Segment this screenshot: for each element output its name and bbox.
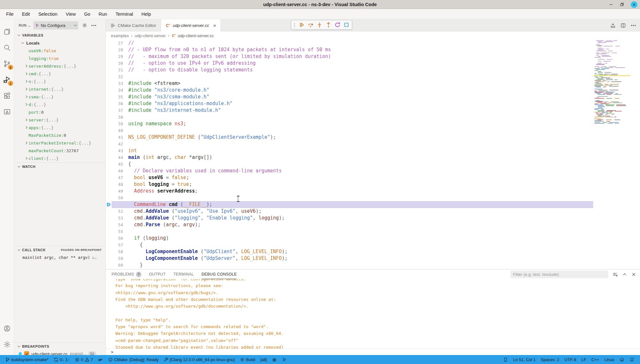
code-line-43[interactable]: 43int [106, 147, 640, 154]
code-line-46[interactable]: 46 // Declare variables used in command-… [106, 168, 640, 174]
panel-tab-output[interactable]: OUTPUT [149, 269, 166, 279]
menu-item-edit[interactable]: Edit [18, 9, 34, 19]
line-number[interactable]: 28 [112, 47, 123, 52]
menu-item-terminal[interactable]: Terminal [111, 9, 137, 19]
gutter-glyph[interactable] [106, 188, 112, 194]
panel-tab-problems[interactable]: PROBLEMS7 [112, 269, 141, 279]
line-number[interactable]: 36 [112, 101, 123, 106]
code-line-39[interactable]: 39using namespace ns3; [106, 120, 640, 127]
editor-more-actions-icon[interactable]: ⋯ [631, 22, 636, 29]
line-number[interactable]: 56 [112, 236, 123, 241]
configure-gear-icon[interactable] [82, 23, 87, 28]
gutter-glyph[interactable] [106, 107, 112, 114]
step-over-icon[interactable] [307, 22, 314, 28]
line-number[interactable]: 49 [112, 189, 123, 194]
line-number[interactable]: 39 [112, 121, 123, 126]
status-item-tablet[interactable] [501, 355, 510, 364]
variable-row-logging[interactable]: logging: true [14, 54, 105, 62]
panel-tab-terminal[interactable]: TERMINAL [173, 269, 194, 279]
restart-icon[interactable] [334, 22, 341, 28]
variables-section-header[interactable]: VARIABLES [14, 31, 105, 39]
line-number[interactable]: 41 [112, 135, 123, 140]
code-line-37[interactable]: 37#include "ns3/internet-module.h" [106, 107, 640, 114]
line-number[interactable]: 42 [112, 142, 123, 146]
line-number[interactable]: 47 [112, 175, 123, 180]
editor-tab-cmake-cache-editor[interactable]: CMake Cache Editor [106, 19, 161, 31]
line-number[interactable]: 60 [112, 263, 123, 268]
status-item-linux[interactable]: Linux [602, 355, 617, 364]
status-item-build[interactable]: Build [237, 355, 258, 364]
drag-handle-icon[interactable] [294, 23, 295, 27]
code-line-57[interactable]: 57 { [106, 242, 640, 248]
gutter-glyph[interactable] [106, 255, 112, 262]
menu-item-run[interactable]: Run [95, 9, 112, 19]
status-item-play[interactable] [279, 355, 289, 364]
code-line-42[interactable]: 42 [106, 141, 640, 147]
status-item-cmake-debug-ready[interactable]: CMake: [Debug]: Ready [105, 355, 161, 364]
menu-item-selection[interactable]: Selection [34, 9, 62, 19]
code-line-38[interactable]: 38 [106, 114, 640, 120]
gutter-glyph[interactable] [106, 134, 112, 141]
gutter-glyph[interactable] [106, 181, 112, 188]
breakpoints-section-header[interactable]: BREAKPOINTS [14, 342, 105, 350]
code-line-47[interactable]: 47 bool useV6 = false; [106, 174, 640, 181]
line-number[interactable]: 53 [112, 216, 123, 220]
code-line-36[interactable]: 36#include "ns3/applications-module.h" [106, 100, 640, 107]
minimap[interactable] [594, 40, 630, 126]
gutter-glyph[interactable] [106, 80, 112, 87]
chevron-right-icon[interactable] [25, 80, 29, 82]
breakpoint-hit-icon[interactable] [106, 201, 112, 208]
line-number[interactable]: 54 [112, 222, 123, 227]
code-line-31[interactable]: 31// - option to disable logging stateme… [106, 67, 640, 73]
gutter-glyph[interactable] [106, 215, 112, 221]
variable-row-client[interactable]: client: {...} [14, 154, 105, 162]
gutter-glyph[interactable] [106, 67, 112, 73]
breadcrumb-item[interactable]: udp-client-server [135, 33, 166, 38]
variable-row-server[interactable]: server: {...} [14, 116, 105, 124]
variable-row-useV6[interactable]: useV6: false [14, 47, 105, 54]
debug-console-output[interactable]: Type "show configuration" for configurat… [106, 279, 640, 349]
line-number[interactable]: 44 [112, 155, 123, 160]
code-line-27[interactable]: 27// [106, 40, 640, 46]
menu-item-go[interactable]: Go [80, 9, 94, 19]
chevron-right-icon[interactable] [25, 119, 29, 121]
gutter-glyph[interactable] [106, 242, 112, 248]
panel-tab-debug-console[interactable]: DEBUG CONSOLE [202, 269, 237, 279]
variable-row-interPacketInterval[interactable]: interPacketInterval: {...} [14, 139, 105, 147]
variable-row-d[interactable]: d: {...} [14, 101, 105, 108]
code-line-41[interactable]: 41NS_LOG_COMPONENT_DEFINE ("UdpClientSer… [106, 134, 640, 141]
code-line-28[interactable]: 28// - UDP flow from n0 to n1 of 1024 by… [106, 46, 640, 53]
line-number[interactable]: 55 [112, 229, 123, 234]
activity-debug[interactable]: 1 [0, 72, 14, 88]
gutter-glyph[interactable] [106, 262, 112, 269]
code-line-33[interactable]: 33#include <fstream> [106, 80, 640, 87]
close-panel-icon[interactable] [631, 272, 636, 277]
code-line-60[interactable]: 60 } [106, 262, 640, 269]
line-number[interactable]: 33 [112, 81, 123, 86]
line-number[interactable]: 27 [112, 41, 123, 46]
activity-source-control[interactable]: 6 [0, 56, 14, 72]
code-line-50[interactable]: 50 [106, 194, 640, 201]
close-tab-icon[interactable]: × [213, 23, 216, 28]
line-number[interactable]: 35 [112, 95, 123, 99]
line-number[interactable]: 46 [112, 169, 123, 173]
activity-settings-gear[interactable] [0, 336, 14, 352]
code-line-45[interactable]: 45{ [106, 161, 640, 168]
code-line-35[interactable]: 35#include "ns3/csma-module.h" [106, 94, 640, 100]
gutter-glyph[interactable] [106, 248, 112, 255]
minimize-icon[interactable] [609, 2, 613, 7]
views-more-actions-icon[interactable]: ⋯ [91, 22, 97, 29]
line-number[interactable]: 43 [112, 148, 123, 153]
status-item-buildsystem-cmake-[interactable]: buildsystem-cmake* [3, 355, 51, 364]
code-line-55[interactable]: 55 [106, 228, 640, 235]
gutter-glyph[interactable] [106, 147, 112, 154]
variable-row-maxPacketCount[interactable]: maxPacketCount: 32767 [14, 147, 105, 154]
menu-item-file[interactable]: File [2, 9, 18, 19]
chevron-right-icon[interactable] [25, 142, 29, 144]
gutter-glyph[interactable] [106, 60, 112, 67]
status-item-0-1-[interactable]: 0↓ 1↑ [51, 355, 72, 364]
step-into-icon[interactable] [316, 22, 323, 28]
gutter-glyph[interactable] [106, 73, 112, 80]
status-item-utf-8[interactable]: UTF-8 [562, 355, 579, 364]
code-line-44[interactable]: 44main (int argc, char *argv[]) [106, 154, 640, 161]
